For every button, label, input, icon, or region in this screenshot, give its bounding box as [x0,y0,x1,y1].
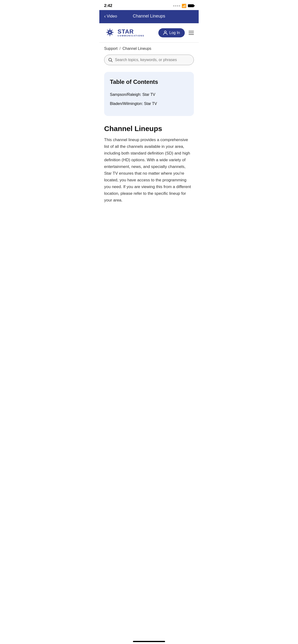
header-right: Log In [158,28,194,38]
menu-line-1 [189,31,194,32]
svg-point-1 [109,32,111,33]
breadcrumb: Support / Channel Lineups [99,43,199,54]
nav-title: Channel Lineups [133,14,165,18]
search-icon [108,58,112,62]
logo-text: STAR COMMUNICATIONS [117,29,144,37]
menu-line-3 [189,34,194,35]
toc-title: Table of Contents [110,78,188,85]
svg-line-4 [111,61,112,62]
svg-point-2 [164,31,166,33]
section-title: Channel Lineups [104,124,194,133]
status-time: 2:42 [104,3,112,8]
login-label: Log In [169,31,180,35]
section-body: This channel lineup provides a comprehen… [104,136,194,204]
nav-back-label: Video [107,14,117,19]
status-icons: 📶 [173,4,194,8]
breadcrumb-support[interactable]: Support [104,46,117,51]
breadcrumb-separator: / [119,46,120,51]
wifi-icon: 📶 [182,4,186,8]
svg-point-3 [109,58,112,61]
logo: STAR COMMUNICATIONS [104,27,144,38]
header: STAR COMMUNICATIONS Log In [99,23,199,43]
menu-line-2 [189,32,194,33]
toc-item-1[interactable]: Sampson/Raleigh: Star TV [110,90,188,99]
person-icon [163,31,168,35]
signal-dots-icon [173,5,180,6]
toc-card: Table of Contents Sampson/Raleigh: Star … [104,72,194,116]
breadcrumb-current: Channel Lineups [123,46,152,51]
toc-item-2[interactable]: Bladen/Wilmington: Star TV [110,99,188,108]
back-chevron-icon: ‹ [104,14,106,19]
battery-icon [188,4,194,7]
search-container [99,54,199,70]
status-bar: 2:42 📶 [99,0,199,10]
main-content: Channel Lineups This channel lineup prov… [99,121,199,228]
nav-back-button[interactable]: ‹ Video [104,14,117,19]
logo-star: STAR [117,29,144,34]
logo-communications: COMMUNICATIONS [117,34,144,37]
search-bar[interactable] [104,54,194,65]
menu-button[interactable] [189,31,194,35]
logo-icon [104,27,116,38]
login-button[interactable]: Log In [158,28,185,38]
nav-bar: ‹ Video Channel Lineups [99,10,199,23]
search-input[interactable] [115,58,190,62]
